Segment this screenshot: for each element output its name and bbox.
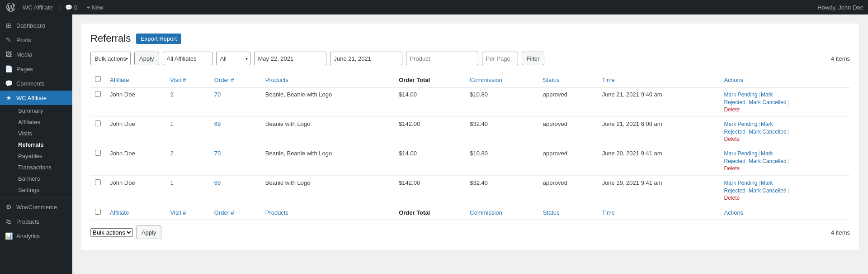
action-mark-rejected-2[interactable]: Rejected [724, 158, 745, 164]
cell-visit-link[interactable]: 1 [170, 179, 173, 186]
select-all-checkbox[interactable] [95, 76, 101, 82]
col-visit-footer[interactable]: Visit # [165, 205, 209, 220]
action-delete[interactable]: Delete [724, 136, 740, 142]
cell-status: approved [538, 117, 598, 146]
admin-bar-comments[interactable]: 💬 0 [61, 4, 81, 11]
action-mark-pending[interactable]: Mark Pending [724, 121, 757, 127]
cell-visit-link[interactable]: 1 [170, 120, 173, 127]
select-all-footer-checkbox[interactable] [95, 209, 101, 215]
col-affiliate-footer[interactable]: Affiliate [105, 205, 165, 220]
sidebar-item-products[interactable]: 🛍 Products [0, 214, 72, 229]
cell-visit-link[interactable]: 2 [170, 150, 173, 157]
cell-order: 70 [210, 146, 261, 176]
cell-order-link[interactable]: 69 [214, 179, 221, 186]
bottom-filter-row: Bulk actionsDelete Apply 4 items [90, 226, 850, 239]
col-commission[interactable]: Commission [465, 72, 538, 87]
cell-products: Beanie with Logo [261, 176, 394, 205]
col-status[interactable]: Status [538, 72, 598, 87]
date-to-input[interactable] [330, 52, 402, 65]
table-row: John Doe270Beanie, Beanie with Logo$14.0… [90, 146, 850, 176]
table-footer-row: Affiliate Visit # Order # Products Order… [90, 205, 850, 220]
action-delete[interactable]: Delete [724, 195, 740, 201]
action-mark-rejected[interactable]: Mark [761, 121, 773, 127]
col-products[interactable]: Products [261, 72, 394, 87]
action-mark-rejected-2[interactable]: Rejected [724, 187, 745, 194]
bulk-actions-select[interactable]: Bulk actionsDelete [90, 52, 131, 65]
cell-order-link[interactable]: 70 [214, 150, 221, 157]
sidebar-item-pages[interactable]: 📄 Pages [0, 62, 72, 76]
sidebar-sub-banners[interactable]: Banners [14, 173, 72, 184]
sidebar-sub-transactions[interactable]: Transactions [14, 162, 72, 173]
sidebar: ⊞ Dashboard ✎ Posts 🖼 Media 📄 Pages 💬 Co… [0, 14, 72, 274]
action-mark-cancelled[interactable]: Mark Cancelled [749, 158, 786, 164]
cell-visit-link[interactable]: 2 [170, 91, 173, 98]
sidebar-item-wc-affiliate[interactable]: ★ WC Affiliate [0, 91, 72, 105]
cell-affiliate: John Doe [105, 146, 165, 176]
col-order[interactable]: Order # [210, 72, 261, 87]
row-checkbox[interactable] [95, 120, 101, 126]
sidebar-sub-summary[interactable]: Summary [14, 105, 72, 116]
cell-order-total: $142.00 [394, 117, 465, 146]
sidebar-sub-referrals[interactable]: Referrals [14, 139, 72, 150]
row-checkbox[interactable] [95, 150, 101, 156]
action-mark-rejected[interactable]: Mark [761, 180, 773, 186]
col-time-footer[interactable]: Time [598, 205, 720, 220]
sidebar-item-analytics[interactable]: 📊 Analytics [0, 229, 72, 243]
action-mark-pending[interactable]: Mark Pending [724, 91, 757, 98]
action-mark-rejected-2[interactable]: Rejected [724, 129, 745, 135]
sidebar-sub-payables[interactable]: Payables [14, 150, 72, 162]
sidebar-sub-settings[interactable]: Settings [14, 184, 72, 196]
action-mark-cancelled[interactable]: Mark Cancelled [749, 99, 786, 106]
col-commission-footer[interactable]: Commission [465, 205, 538, 220]
col-time[interactable]: Time [598, 72, 720, 87]
admin-bar-howdy[interactable]: Howdy, John Doe [817, 4, 863, 11]
page-title: Referrals [90, 33, 131, 44]
action-mark-cancelled[interactable]: Mark Cancelled [749, 129, 786, 135]
cell-affiliate: John Doe [105, 117, 165, 146]
action-sep-3: | [788, 158, 789, 164]
col-order-footer[interactable]: Order # [210, 205, 261, 220]
action-mark-rejected[interactable]: Mark [761, 91, 773, 98]
cell-order-link[interactable]: 69 [214, 120, 221, 127]
date-from-input[interactable] [254, 52, 326, 65]
action-delete[interactable]: Delete [724, 106, 740, 113]
col-affiliate[interactable]: Affiliate [105, 72, 165, 87]
sidebar-sub-visits[interactable]: Visits [14, 128, 72, 139]
admin-bar-new[interactable]: + New [83, 4, 107, 11]
action-mark-pending[interactable]: Mark Pending [724, 150, 757, 157]
bulk-actions-bottom-select[interactable]: Bulk actionsDelete [90, 228, 133, 237]
sidebar-item-media[interactable]: 🖼 Media [0, 47, 72, 62]
action-mark-rejected-2[interactable]: Rejected [724, 99, 745, 106]
status-select[interactable]: AllApprovedPendingRejectedCancelled [216, 52, 250, 65]
sidebar-item-comments[interactable]: 💬 Comments [0, 76, 72, 91]
product-filter-input[interactable] [406, 52, 478, 65]
layout: ⊞ Dashboard ✎ Posts 🖼 Media 📄 Pages 💬 Co… [0, 14, 868, 274]
sidebar-item-woocommerce[interactable]: ⚙ WooCommerce [0, 200, 72, 214]
per-page-input[interactable] [482, 52, 518, 65]
action-mark-cancelled[interactable]: Mark Cancelled [749, 187, 786, 194]
export-report-button[interactable]: Export Report [136, 34, 181, 44]
affiliates-filter-input[interactable] [163, 52, 212, 65]
col-status-footer[interactable]: Status [538, 205, 598, 220]
action-mark-pending[interactable]: Mark Pending [724, 180, 757, 186]
top-apply-button[interactable]: Apply [134, 52, 159, 65]
action-delete[interactable]: Delete [724, 165, 740, 172]
items-count-top: 4 items [831, 55, 850, 62]
cell-order-link[interactable]: 70 [214, 91, 221, 98]
sidebar-item-posts[interactable]: ✎ Posts [0, 33, 72, 47]
sidebar-sub-affiliates[interactable]: Affiliates [14, 116, 72, 128]
pages-icon: 📄 [5, 65, 13, 72]
col-products-footer[interactable]: Products [261, 205, 394, 220]
action-sep-2: | [746, 128, 748, 135]
sidebar-item-dashboard[interactable]: ⊞ Dashboard [0, 18, 72, 33]
select-all-header [90, 72, 105, 87]
row-checkbox[interactable] [95, 91, 101, 97]
cell-visit: 2 [165, 87, 209, 117]
bottom-apply-button[interactable]: Apply [137, 226, 161, 239]
row-checkbox[interactable] [95, 179, 101, 185]
action-mark-rejected[interactable]: Mark [761, 150, 773, 157]
col-visit[interactable]: Visit # [165, 72, 209, 87]
wordpress-logo[interactable] [5, 1, 17, 14]
admin-bar-site[interactable]: WC Affiliate [19, 4, 57, 11]
filter-button[interactable]: Filter [522, 52, 545, 65]
